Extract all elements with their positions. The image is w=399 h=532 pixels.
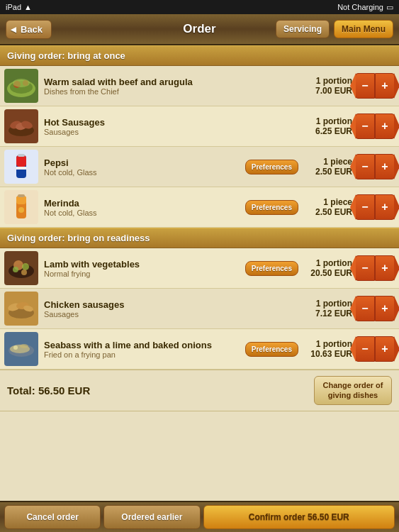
- item-price-block: 1 portion7.12 EUR: [303, 299, 352, 318]
- item-subtitle: Sausages: [44, 310, 303, 318]
- section-header-bring-at-once: Giving order: bring at once: [0, 45, 399, 66]
- stepper: −+: [355, 255, 395, 281]
- item-name: Seabass with a lime and baked onions: [44, 340, 241, 350]
- preferences-button-seabass[interactable]: Preferences: [245, 342, 298, 357]
- item-price: 7.12 EUR: [303, 309, 352, 318]
- stepper-plus-button[interactable]: +: [375, 336, 395, 362]
- item-price: 7.00 EUR: [303, 86, 352, 96]
- table-row: PepsiNot cold, GlassPreferences1 piece2.…: [0, 147, 399, 187]
- cancel-order-button[interactable]: Cancel order: [4, 505, 101, 529]
- preferences-button-lamb[interactable]: Preferences: [245, 261, 298, 276]
- item-subtitle: Dishes from the Chief: [44, 87, 303, 96]
- item-details-chicken-sausages: Chicken sausagesSausages: [44, 299, 303, 318]
- stepper-plus-button[interactable]: +: [375, 113, 395, 139]
- table-row: Lamb with vegetablesNormal fryingPrefere…: [0, 248, 399, 289]
- item-price-block: 1 piece2.50 EUR: [303, 157, 352, 177]
- item-image-warm-salad: [4, 69, 38, 103]
- item-quantity: 1 portion: [303, 116, 352, 126]
- svg-rect-13: [16, 155, 26, 167]
- stepper-plus-button[interactable]: +: [375, 296, 395, 321]
- ordered-earlier-button[interactable]: Ordered earlier: [103, 505, 200, 529]
- item-image-seabass: [4, 332, 38, 366]
- stepper-minus-button[interactable]: −: [355, 296, 375, 321]
- item-details-hot-sausages: Hot SausagesSausages: [44, 117, 303, 136]
- item-image-chicken-sausages: [4, 292, 38, 326]
- item-name: Hot Sausages: [44, 117, 303, 128]
- item-image-lamb: [4, 251, 38, 285]
- wifi-icon: ▲: [24, 3, 32, 11]
- servicing-button[interactable]: Servicing: [276, 20, 330, 38]
- stepper: −+: [355, 194, 395, 220]
- bottom-bar: Cancel order Ordered earlier Confirm ord…: [0, 501, 399, 532]
- stepper-minus-button[interactable]: −: [355, 73, 375, 99]
- table-row: Warm salad with beef and arugulaDishes f…: [0, 66, 399, 106]
- table-row: Chicken sausagesSausages1 portion7.12 EU…: [0, 289, 399, 329]
- stepper-minus-button[interactable]: −: [355, 154, 375, 179]
- item-quantity: 1 piece: [303, 197, 352, 207]
- item-quantity: 1 piece: [303, 157, 352, 167]
- stepper: −+: [355, 113, 395, 139]
- item-price: 2.50 EUR: [303, 167, 352, 177]
- back-button[interactable]: Back: [6, 20, 52, 39]
- stepper: −+: [355, 154, 395, 179]
- svg-rect-14: [16, 167, 26, 170]
- item-subtitle: Fried on a frying pan: [44, 350, 241, 359]
- preferences-button-pepsi[interactable]: Preferences: [245, 160, 298, 174]
- item-quantity: 1 portion: [303, 339, 352, 349]
- item-name: Warm salad with beef and arugula: [44, 77, 303, 87]
- item-price-block: 1 portion7.00 EUR: [303, 76, 352, 96]
- item-price-block: 1 portion20.50 EUR: [303, 258, 352, 278]
- item-details-warm-salad: Warm salad with beef and arugulaDishes f…: [44, 77, 303, 96]
- item-subtitle: Not cold, Glass: [44, 209, 241, 217]
- svg-point-24: [13, 267, 18, 272]
- confirm-order-button[interactable]: Confirm order 56.50 EUR: [203, 505, 395, 529]
- stepper-minus-button[interactable]: −: [355, 113, 375, 139]
- section-header-bring-on-readiness: Giving order: bring on readiness: [0, 228, 399, 248]
- preferences-button-merinda[interactable]: Preferences: [245, 200, 298, 215]
- item-image-merinda: [4, 190, 38, 224]
- item-details-merinda: MerindaNot cold, Glass: [44, 198, 241, 217]
- stepper-plus-button[interactable]: +: [375, 154, 395, 179]
- main-menu-button[interactable]: Main Menu: [334, 20, 393, 38]
- item-quantity: 1 portion: [303, 76, 352, 86]
- stepper-minus-button[interactable]: −: [355, 336, 375, 362]
- status-left: iPad ▲: [6, 3, 32, 11]
- svg-point-36: [20, 344, 28, 348]
- order-content: Giving order: bring at onceWarm salad wi…: [0, 45, 399, 370]
- total-bar: Total: 56.50 EUR Change order of giving …: [0, 370, 399, 411]
- svg-point-26: [21, 270, 27, 275]
- stepper-plus-button[interactable]: +: [375, 194, 395, 220]
- item-details-lamb: Lamb with vegetablesNormal frying: [44, 259, 241, 278]
- item-quantity: 1 portion: [303, 258, 352, 268]
- item-name: Merinda: [44, 198, 241, 209]
- status-device: iPad: [6, 3, 21, 11]
- svg-rect-15: [18, 154, 25, 157]
- item-price-block: 1 piece2.50 EUR: [303, 197, 352, 217]
- item-price: 6.25 EUR: [303, 126, 352, 136]
- stepper-plus-button[interactable]: +: [375, 255, 395, 281]
- stepper-minus-button[interactable]: −: [355, 194, 375, 220]
- item-name: Pepsi: [44, 157, 241, 168]
- item-quantity: 1 portion: [303, 299, 352, 309]
- status-right: Not Charging ▭: [337, 3, 393, 12]
- battery-icon: ▭: [386, 3, 393, 12]
- item-price-block: 1 portion10.63 EUR: [303, 339, 352, 359]
- stepper: −+: [355, 336, 395, 362]
- svg-point-5: [13, 79, 30, 87]
- nav-title: Order: [183, 22, 215, 36]
- item-subtitle: Normal frying: [44, 270, 241, 278]
- item-details-seabass: Seabass with a lime and baked onionsFrie…: [44, 340, 241, 359]
- stepper-plus-button[interactable]: +: [375, 73, 395, 99]
- table-row: Seabass with a lime and baked onionsFrie…: [0, 329, 399, 370]
- stepper-minus-button[interactable]: −: [355, 255, 375, 281]
- change-order-button[interactable]: Change order of giving dishes: [314, 376, 392, 405]
- item-price-block: 1 portion6.25 EUR: [303, 116, 352, 136]
- status-bar: iPad ▲ Not Charging ▭: [0, 0, 399, 14]
- change-order-label: Change order of giving dishes: [323, 381, 383, 399]
- content-area: Giving order: bring at onceWarm salad wi…: [0, 45, 399, 501]
- svg-point-35: [13, 345, 18, 350]
- svg-point-25: [22, 263, 29, 270]
- item-details-pepsi: PepsiNot cold, Glass: [44, 157, 241, 177]
- svg-point-19: [18, 207, 24, 213]
- nav-right: Servicing Main Menu: [276, 20, 393, 38]
